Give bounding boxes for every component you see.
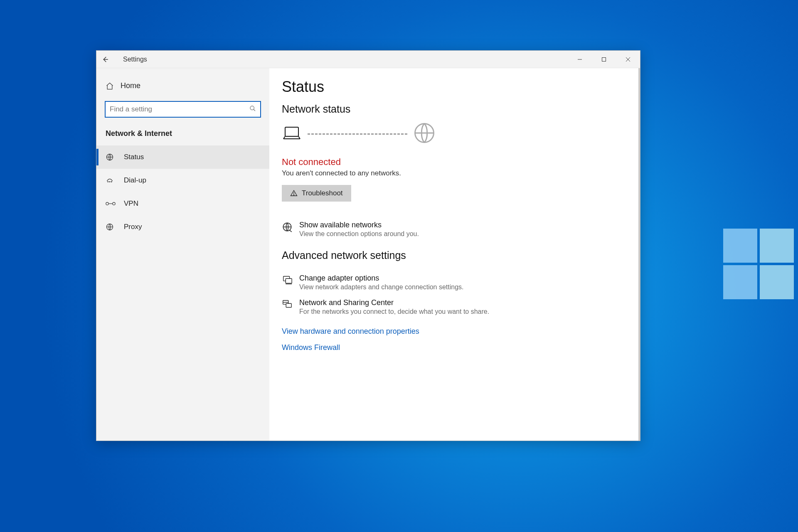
- network-status-header: Network status: [282, 103, 623, 115]
- warning-icon: [290, 190, 298, 197]
- minimize-icon: [577, 57, 582, 62]
- maximize-button[interactable]: [592, 51, 616, 68]
- troubleshoot-label: Troubleshoot: [302, 189, 343, 197]
- sidebar-item-dialup[interactable]: Dial-up: [96, 169, 269, 192]
- svg-point-4: [250, 106, 254, 110]
- troubleshoot-button[interactable]: Troubleshoot: [282, 185, 351, 202]
- advanced-header: Advanced network settings: [282, 249, 623, 261]
- page-title: Status: [282, 78, 623, 96]
- sidebar-item-status[interactable]: Status: [96, 145, 269, 169]
- sidebar-item-label: VPN: [124, 200, 138, 208]
- svg-point-10: [106, 202, 108, 205]
- window-title: Settings: [123, 56, 147, 63]
- show-available-networks[interactable]: Show available networks View the connect…: [282, 221, 623, 238]
- sidebar-item-vpn[interactable]: VPN: [96, 192, 269, 215]
- adapter-desc: View network adapters and change connect…: [299, 283, 464, 291]
- sidebar-item-label: Dial-up: [124, 176, 146, 185]
- hardware-properties-link[interactable]: View hardware and connection properties: [282, 327, 419, 336]
- back-button[interactable]: [96, 51, 114, 68]
- network-globe-icon: [282, 221, 299, 234]
- sharing-icon: [282, 298, 299, 312]
- windows-logo: [723, 229, 798, 303]
- show-networks-desc: View the connection options around you.: [299, 230, 419, 238]
- search-icon: [249, 105, 256, 113]
- adapter-icon: [282, 274, 299, 287]
- svg-rect-19: [286, 278, 292, 283]
- svg-rect-1: [602, 58, 606, 62]
- adapter-title: Change adapter options: [299, 274, 464, 283]
- svg-point-16: [293, 195, 294, 195]
- close-icon: [626, 57, 631, 62]
- show-networks-title: Show available networks: [299, 221, 419, 229]
- titlebar: Settings: [96, 51, 640, 68]
- maximize-icon: [601, 57, 606, 62]
- content-area: Status Network status Not connected You …: [269, 68, 640, 441]
- search-box[interactable]: [105, 101, 261, 118]
- proxy-icon: [106, 223, 118, 231]
- vpn-icon: [106, 200, 118, 207]
- settings-window: Settings Home Netw: [96, 50, 640, 441]
- svg-point-9: [111, 182, 112, 182]
- windows-firewall-link[interactable]: Windows Firewall: [282, 343, 340, 352]
- svg-rect-22: [286, 303, 291, 307]
- not-connected-subtitle: You aren't connected to any networks.: [282, 169, 623, 177]
- minimize-button[interactable]: [568, 51, 592, 68]
- svg-rect-13: [285, 127, 298, 136]
- globe-icon: [413, 122, 436, 146]
- laptop-icon: [282, 125, 302, 143]
- search-input[interactable]: [110, 105, 249, 113]
- scrollbar[interactable]: [638, 68, 640, 441]
- network-diagram: [282, 122, 623, 146]
- sharing-desc: For the networks you connect to, decide …: [299, 308, 489, 315]
- sidebar-item-label: Status: [124, 153, 144, 161]
- sidebar-item-proxy[interactable]: Proxy: [96, 215, 269, 239]
- change-adapter-options[interactable]: Change adapter options View network adap…: [282, 274, 623, 291]
- sidebar-section-header: Network & Internet: [96, 125, 269, 145]
- close-button[interactable]: [616, 51, 640, 68]
- back-arrow-icon: [101, 56, 109, 63]
- status-icon: [106, 153, 118, 161]
- sidebar: Home Network & Internet Status Dial-u: [96, 68, 269, 441]
- sidebar-item-label: Proxy: [124, 223, 142, 231]
- dialup-icon: [106, 176, 118, 185]
- svg-line-5: [254, 109, 255, 111]
- svg-point-11: [113, 202, 115, 205]
- sharing-title: Network and Sharing Center: [299, 298, 489, 307]
- not-connected-title: Not connected: [282, 157, 623, 167]
- network-sharing-center[interactable]: Network and Sharing Center For the netwo…: [282, 298, 623, 315]
- home-icon: [106, 82, 114, 90]
- svg-point-8: [109, 182, 110, 182]
- svg-point-7: [108, 182, 108, 182]
- sidebar-home-label: Home: [121, 81, 140, 90]
- sidebar-home[interactable]: Home: [96, 76, 269, 95]
